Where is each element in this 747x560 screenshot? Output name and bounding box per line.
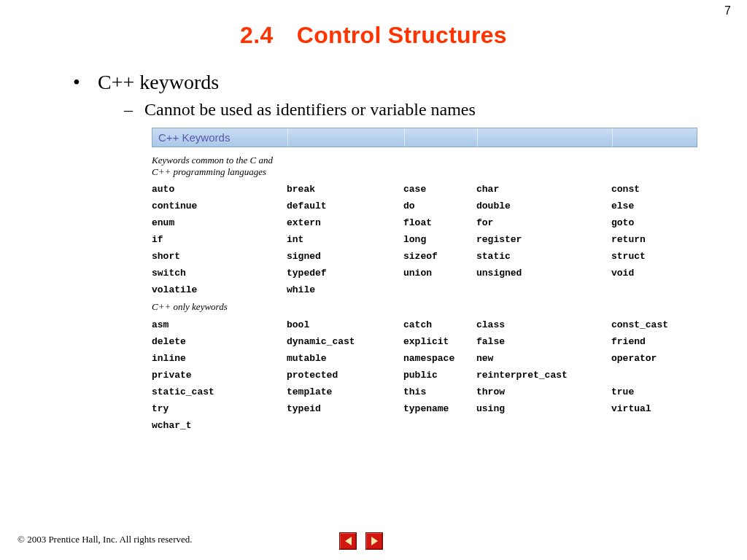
keyword-cell: class [476, 319, 611, 330]
keywords-grid: Keywords common to the C and C++ program… [152, 155, 697, 431]
keyword-cell: while [287, 284, 403, 295]
sub-bullet-text: Cannot be used as identifiers or variabl… [144, 100, 476, 120]
next-slide-button[interactable] [365, 532, 383, 550]
slide-title: 2.4 Control Structures [0, 22, 747, 49]
keyword-cell: mutable [287, 353, 403, 364]
keyword-cell: using [476, 403, 611, 414]
keyword-cell: register [476, 234, 611, 245]
keyword-cell: for [476, 217, 611, 228]
keyword-cell: default [287, 201, 403, 211]
keyword-cell: operator [611, 353, 697, 364]
keyword-cell: long [403, 234, 476, 245]
keyword-cell: if [152, 234, 287, 245]
keyword-cell: enum [152, 217, 287, 228]
keyword-cell: static [476, 251, 611, 262]
keyword-cell: private [152, 370, 287, 381]
copyright-footer: © 2003 Prentice Hall, Inc. All rights re… [18, 534, 192, 545]
keyword-cell: return [611, 234, 697, 245]
keyword-cell: float [403, 217, 476, 228]
keyword-cell: const [611, 184, 697, 195]
bullet-dot: • [73, 71, 98, 94]
keyword-cell [476, 420, 611, 431]
keyword-cell: asm [152, 319, 287, 330]
keyword-cell: switch [152, 268, 287, 279]
keyword-cell [403, 284, 476, 295]
keyword-cell: throw [476, 386, 611, 397]
keyword-cell: delete [152, 336, 287, 347]
keyword-cell: catch [403, 319, 476, 330]
keyword-cell: signed [287, 251, 403, 262]
keyword-cell [611, 284, 697, 295]
keyword-cell: wchar_t [152, 420, 287, 431]
keyword-cell: sizeof [403, 251, 476, 262]
keyword-cell [611, 420, 697, 431]
left-arrow-icon [345, 537, 352, 545]
sub-bullet-item: – Cannot be used as identifiers or varia… [124, 100, 703, 120]
keyword-cell [611, 370, 697, 381]
keyword-cell [476, 284, 611, 295]
keyword-cell: double [476, 201, 611, 211]
keyword-cell: explicit [403, 336, 476, 347]
right-arrow-icon [371, 537, 378, 545]
keyword-cell: struct [611, 251, 697, 262]
table-header-dividers [152, 128, 697, 147]
keyword-cell [287, 420, 403, 431]
keyword-cell: public [403, 370, 476, 381]
keyword-cell: virtual [611, 403, 697, 414]
section-note: Keywords common to the C and C++ program… [152, 155, 287, 179]
keyword-cell: template [287, 386, 403, 397]
keyword-cell: typeid [287, 403, 403, 414]
keyword-cell: false [476, 336, 611, 347]
keyword-cell: char [476, 184, 611, 195]
keyword-cell: do [403, 201, 476, 211]
keyword-cell: this [403, 386, 476, 397]
keyword-cell: true [611, 386, 697, 397]
page-number: 7 [724, 4, 731, 18]
keyword-cell: reinterpret_cast [476, 370, 611, 381]
keyword-cell: unsigned [476, 268, 611, 279]
keyword-cell: goto [611, 217, 697, 228]
keyword-cell: typedef [287, 268, 403, 279]
keyword-cell: void [611, 268, 697, 279]
bullet-dash: – [124, 100, 144, 120]
nav-buttons [339, 532, 383, 550]
bullet-text: C++ keywords [98, 71, 219, 94]
keyword-cell: case [403, 184, 476, 195]
keyword-cell: break [287, 184, 403, 195]
keyword-cell: static_cast [152, 386, 287, 397]
slide-content: • C++ keywords – Cannot be used as ident… [44, 71, 703, 431]
keyword-cell: try [152, 403, 287, 414]
keyword-cell: const_cast [611, 319, 697, 330]
keyword-cell: namespace [403, 353, 476, 364]
table-header: C++ Keywords [152, 128, 697, 147]
keyword-cell: friend [611, 336, 697, 347]
prev-slide-button[interactable] [339, 532, 357, 550]
table-header-text: C++ Keywords [158, 131, 230, 144]
keyword-cell: else [611, 201, 697, 211]
keyword-cell [403, 420, 476, 431]
keyword-cell: union [403, 268, 476, 279]
section-note: C++ only keywords [152, 301, 287, 313]
keyword-cell: new [476, 353, 611, 364]
keyword-cell: typename [403, 403, 476, 414]
bullet-item: • C++ keywords [73, 71, 703, 94]
keyword-cell: extern [287, 217, 403, 228]
keyword-cell: bool [287, 319, 403, 330]
keyword-cell: inline [152, 353, 287, 364]
keyword-cell: volatile [152, 284, 287, 295]
keyword-cell: auto [152, 184, 287, 195]
keywords-table: C++ Keywords Keywords common to the C an… [152, 128, 697, 431]
keyword-cell: short [152, 251, 287, 262]
keyword-cell: protected [287, 370, 403, 381]
keyword-cell: int [287, 234, 403, 245]
keyword-cell: continue [152, 201, 287, 211]
keyword-cell: dynamic_cast [287, 336, 403, 347]
